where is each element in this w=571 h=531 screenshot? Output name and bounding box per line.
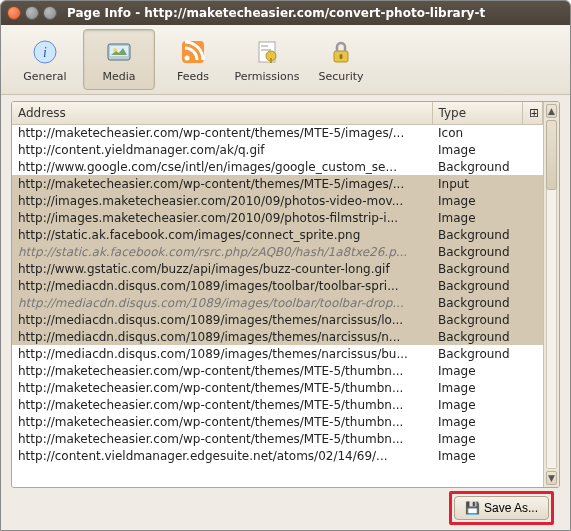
cell-type: Image xyxy=(432,396,523,413)
tab-label: General xyxy=(23,70,66,83)
table-row[interactable]: http://www.google.com/cse/intl/en/images… xyxy=(12,158,543,175)
cell-spacer xyxy=(523,124,543,141)
table-row[interactable]: http://maketecheasier.com/wp-content/the… xyxy=(12,396,543,413)
table-row[interactable]: http://content.yieldmanager.com/ak/q.gif… xyxy=(12,141,543,158)
cell-type: Background xyxy=(432,345,523,362)
tab-general[interactable]: i General xyxy=(9,29,81,90)
cell-type: Background xyxy=(432,260,523,277)
cell-spacer xyxy=(523,209,543,226)
cell-address: http://content.vieldmanager.edgesuite.ne… xyxy=(12,447,432,464)
table-body: http://maketecheasier.com/wp-content/the… xyxy=(12,124,543,464)
cell-type: Background xyxy=(432,158,523,175)
table-row[interactable]: http://maketecheasier.com/wp-content/the… xyxy=(12,430,543,447)
table-row[interactable]: http://mediacdn.disqus.com/1089/images/t… xyxy=(12,328,543,345)
cell-address: http://maketecheasier.com/wp-content/the… xyxy=(12,175,432,192)
table-row[interactable]: http://www.gstatic.com/buzz/api/images/b… xyxy=(12,260,543,277)
table-row[interactable]: http://maketecheasier.com/wp-content/the… xyxy=(12,413,543,430)
cell-address: http://mediacdn.disqus.com/1089/images/t… xyxy=(12,345,432,362)
cell-spacer xyxy=(523,260,543,277)
footer: 💾 Save As... xyxy=(11,488,560,528)
cell-spacer xyxy=(523,328,543,345)
close-icon[interactable] xyxy=(7,6,21,20)
cell-spacer xyxy=(523,277,543,294)
permissions-icon xyxy=(253,36,281,68)
cell-type: Background xyxy=(432,243,523,260)
scroll-up-icon[interactable]: ▲ xyxy=(546,104,557,118)
cell-address: http://maketecheasier.com/wp-content/the… xyxy=(12,124,432,141)
vertical-scrollbar[interactable]: ▲ ▼ xyxy=(543,102,559,487)
media-table-wrap: Address Type ⊞ http://maketecheasier.com… xyxy=(11,101,560,488)
cell-type: Background xyxy=(432,311,523,328)
cell-spacer xyxy=(523,447,543,464)
cell-type: Background xyxy=(432,328,523,345)
cell-address: http://mediacdn.disqus.com/1089/images/t… xyxy=(12,277,432,294)
table-row[interactable]: http://static.ak.facebook.com/images/con… xyxy=(12,226,543,243)
cell-spacer xyxy=(523,345,543,362)
column-header-address[interactable]: Address xyxy=(12,102,432,124)
cell-address: http://static.ak.facebook.com/images/con… xyxy=(12,226,432,243)
table-row[interactable]: http://content.vieldmanager.edgesuite.ne… xyxy=(12,447,543,464)
cell-spacer xyxy=(523,430,543,447)
save-as-label: Save As... xyxy=(484,501,538,515)
cell-spacer xyxy=(523,379,543,396)
save-as-button[interactable]: 💾 Save As... xyxy=(454,496,549,520)
svg-rect-11 xyxy=(270,58,272,63)
cell-spacer xyxy=(523,141,543,158)
table-row[interactable]: http://maketecheasier.com/wp-content/the… xyxy=(12,362,543,379)
feeds-icon xyxy=(179,36,207,68)
tab-label: Feeds xyxy=(177,70,209,83)
cell-spacer xyxy=(523,243,543,260)
cell-spacer xyxy=(523,294,543,311)
cell-type: Image xyxy=(432,413,523,430)
maximize-icon[interactable] xyxy=(43,6,57,20)
cell-type: Background xyxy=(432,294,523,311)
svg-text:i: i xyxy=(43,45,47,60)
media-icon xyxy=(105,36,133,68)
window-title: Page Info - http://maketecheasier.com/co… xyxy=(67,6,564,20)
cell-address: http://maketecheasier.com/wp-content/the… xyxy=(12,430,432,447)
toolbar: i General Media Feeds Permissions xyxy=(1,25,570,95)
cell-address: http://maketecheasier.com/wp-content/the… xyxy=(12,413,432,430)
tab-permissions[interactable]: Permissions xyxy=(231,29,303,90)
cell-address: http://mediacdn.disqus.com/1089/images/t… xyxy=(12,294,432,311)
table-row[interactable]: http://images.maketecheasier.com/2010/09… xyxy=(12,209,543,226)
cell-type: Image xyxy=(432,430,523,447)
tab-label: Security xyxy=(318,70,363,83)
minimize-icon[interactable] xyxy=(25,6,39,20)
table-row[interactable]: http://mediacdn.disqus.com/1089/images/t… xyxy=(12,277,543,294)
cell-address: http://mediacdn.disqus.com/1089/images/t… xyxy=(12,311,432,328)
tab-security[interactable]: Security xyxy=(305,29,377,90)
table-row[interactable]: http://maketecheasier.com/wp-content/the… xyxy=(12,124,543,141)
table-row[interactable]: http://mediacdn.disqus.com/1089/images/t… xyxy=(12,311,543,328)
tab-feeds[interactable]: Feeds xyxy=(157,29,229,90)
svg-rect-8 xyxy=(261,45,268,47)
save-icon: 💾 xyxy=(465,501,480,515)
cell-type: Background xyxy=(432,277,523,294)
content-area: Address Type ⊞ http://maketecheasier.com… xyxy=(1,95,570,530)
scroll-thumb[interactable] xyxy=(546,120,557,190)
table-row[interactable]: http://images.maketecheasier.com/2010/09… xyxy=(12,192,543,209)
cell-address: http://www.google.com/cse/intl/en/images… xyxy=(12,158,432,175)
table-row[interactable]: http://static.ak.facebook.com/rsrc.php/z… xyxy=(12,243,543,260)
titlebar[interactable]: Page Info - http://maketecheasier.com/co… xyxy=(1,1,570,25)
tab-media[interactable]: Media xyxy=(83,29,155,90)
scroll-down-icon[interactable]: ▼ xyxy=(546,471,557,485)
svg-rect-13 xyxy=(340,54,343,59)
column-header-type[interactable]: Type xyxy=(432,102,523,124)
table-row[interactable]: http://maketecheasier.com/wp-content/the… xyxy=(12,175,543,192)
cell-spacer xyxy=(523,175,543,192)
table-row[interactable]: http://mediacdn.disqus.com/1089/images/t… xyxy=(12,294,543,311)
info-icon: i xyxy=(31,36,59,68)
table-row[interactable]: http://maketecheasier.com/wp-content/the… xyxy=(12,379,543,396)
cell-address: http://images.maketecheasier.com/2010/09… xyxy=(12,192,432,209)
cell-address: http://mediacdn.disqus.com/1089/images/t… xyxy=(12,328,432,345)
cell-spacer xyxy=(523,413,543,430)
cell-type: Image xyxy=(432,141,523,158)
media-table-scroll[interactable]: Address Type ⊞ http://maketecheasier.com… xyxy=(12,102,543,487)
cell-spacer xyxy=(523,192,543,209)
column-picker[interactable]: ⊞ xyxy=(523,102,543,124)
cell-spacer xyxy=(523,362,543,379)
cell-address: http://static.ak.facebook.com/rsrc.php/z… xyxy=(12,243,432,260)
table-row[interactable]: http://mediacdn.disqus.com/1089/images/t… xyxy=(12,345,543,362)
cell-type: Image xyxy=(432,209,523,226)
